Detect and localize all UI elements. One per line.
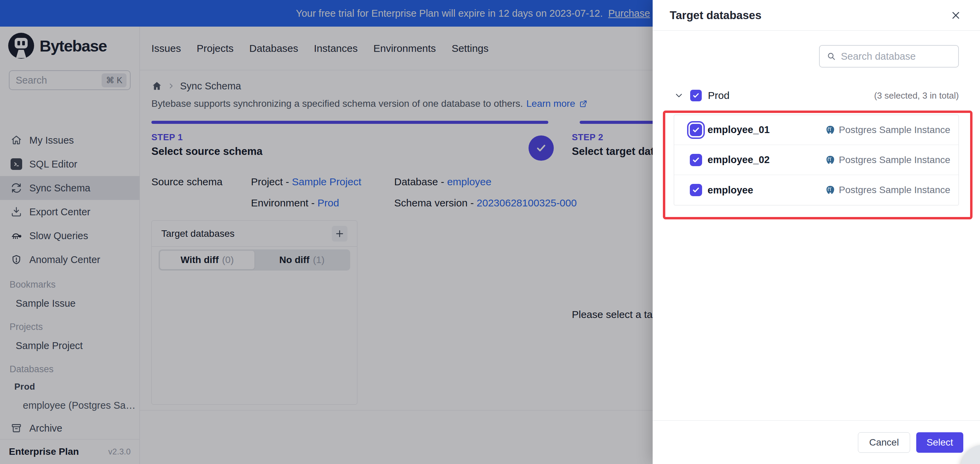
annotation-highlight-box: employee_01 Postgres Sample Instance emp…	[663, 110, 972, 219]
database-name: employee_01	[708, 124, 825, 136]
drawer-body: Prod (3 selected, 3 in total) employee_0…	[653, 31, 980, 219]
database-search[interactable]	[819, 45, 959, 67]
drawer-title: Target databases	[670, 9, 761, 22]
chevron-down-icon[interactable]	[674, 91, 684, 100]
instance-info: Postgres Sample Instance	[825, 124, 950, 136]
instance-name: Postgres Sample Instance	[839, 155, 950, 166]
environment-group-row: Prod (3 selected, 3 in total)	[674, 85, 959, 106]
group-name: Prod	[708, 90, 729, 101]
employee-02-checkbox[interactable]	[690, 154, 702, 166]
prod-group-checkbox[interactable]	[690, 90, 702, 101]
database-row-employee-02[interactable]: employee_02 Postgres Sample Instance	[674, 145, 959, 175]
database-row-employee-01[interactable]: employee_01 Postgres Sample Instance	[674, 115, 959, 145]
database-name: employee_02	[708, 154, 825, 166]
instance-info: Postgres Sample Instance	[825, 155, 950, 166]
search-icon	[827, 51, 836, 61]
target-databases-drawer: Target databases Prod (3 selected,	[653, 0, 980, 464]
select-button[interactable]: Select	[916, 432, 963, 453]
selection-summary: (3 selected, 3 in total)	[874, 91, 959, 101]
postgres-icon	[825, 185, 835, 195]
database-list: employee_01 Postgres Sample Instance emp…	[674, 115, 959, 206]
postgres-icon	[825, 155, 835, 165]
close-icon	[950, 10, 962, 21]
drawer-header: Target databases	[653, 0, 980, 31]
instance-name: Postgres Sample Instance	[839, 124, 950, 136]
instance-info: Postgres Sample Instance	[825, 185, 950, 196]
instance-name: Postgres Sample Instance	[839, 185, 950, 196]
employee-checkbox[interactable]	[690, 184, 702, 196]
database-search-input[interactable]	[841, 51, 951, 62]
drawer-footer: Cancel Select	[653, 420, 980, 464]
cancel-button[interactable]: Cancel	[858, 432, 910, 453]
postgres-icon	[825, 125, 835, 135]
close-button[interactable]	[949, 8, 963, 22]
database-row-employee[interactable]: employee Postgres Sample Instance	[674, 175, 959, 205]
employee-01-checkbox[interactable]	[690, 124, 702, 136]
database-name: employee	[708, 185, 825, 196]
